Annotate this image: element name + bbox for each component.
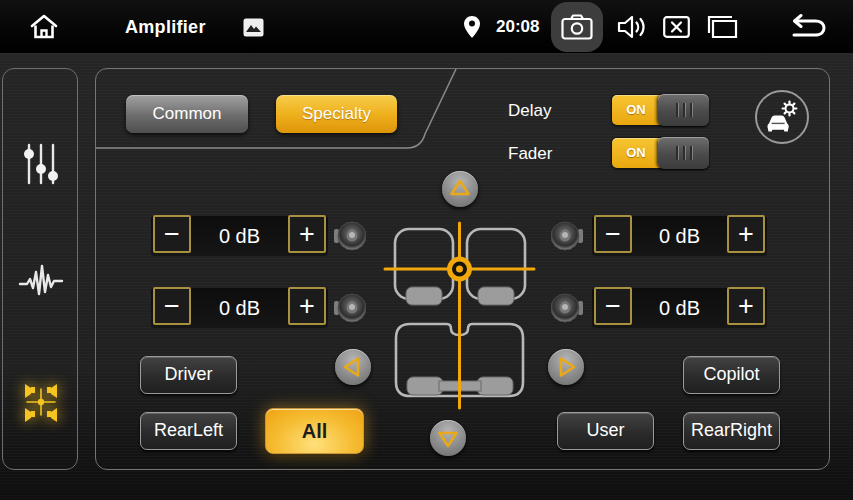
zone-all-button[interactable]: All [265, 408, 364, 454]
gain-rear-right-plus-button[interactable]: + [727, 287, 765, 325]
front-right-speaker-icon [551, 220, 583, 252]
fader-toggle[interactable]: ON [612, 138, 708, 168]
zone-rearright-button[interactable]: RearRight [683, 412, 780, 450]
recent-apps-icon [705, 15, 739, 39]
sidebar [2, 68, 78, 470]
home-button[interactable] [26, 0, 62, 54]
sidebar-item-equalizer[interactable] [3, 129, 79, 199]
gain-front-right-plus-button[interactable]: + [727, 215, 765, 253]
zone-copilot-button[interactable]: Copilot [683, 356, 780, 394]
arrow-down-icon [430, 420, 466, 456]
arrow-right-icon [548, 349, 584, 385]
home-icon [29, 13, 59, 41]
fader-toggle-grip [658, 137, 709, 169]
front-left-speaker-icon [334, 220, 366, 252]
nudge-left-button[interactable] [335, 349, 371, 385]
car-settings-button[interactable] [755, 90, 809, 144]
nudge-up-button[interactable] [442, 171, 478, 207]
car-gear-icon [764, 100, 800, 134]
volume-icon [617, 14, 647, 40]
gain-rear-right-minus-button[interactable]: − [594, 287, 632, 325]
balance-panel: Common Specialty Delay ON Fader ON [95, 68, 830, 470]
gain-rear-left-plus-button[interactable]: + [288, 287, 326, 325]
sidebar-item-effects[interactable] [3, 247, 79, 317]
wallpaper-button[interactable] [240, 0, 266, 54]
nudge-right-button[interactable] [548, 349, 584, 385]
arrow-up-icon [442, 171, 478, 207]
arrow-left-icon [335, 349, 371, 385]
tab-common[interactable]: Common [126, 95, 248, 133]
delay-label: Delay [508, 101, 598, 121]
camera-icon [561, 14, 593, 40]
zone-rearleft-button[interactable]: RearLeft [140, 412, 237, 450]
fader-label: Fader [508, 144, 598, 164]
close-app-button[interactable] [660, 0, 692, 54]
nudge-down-button[interactable] [430, 420, 466, 456]
gps-status [460, 0, 484, 54]
back-icon [788, 14, 828, 40]
gain-rear-left-minus-button[interactable]: − [153, 287, 191, 325]
camera-button[interactable] [551, 2, 603, 52]
speaker-balance-icon [18, 379, 64, 425]
page-title: Amplifier [125, 0, 206, 54]
tab-specialty[interactable]: Specialty [276, 95, 397, 133]
gain-front-left-plus-button[interactable]: + [288, 215, 326, 253]
rear-left-speaker-icon [334, 292, 366, 324]
amplifier-page: Common Specialty Delay ON Fader ON [0, 54, 853, 500]
status-bar: Amplifier 20:08 [0, 0, 853, 54]
zone-user-button[interactable]: User [557, 412, 654, 450]
close-box-icon [663, 16, 690, 38]
back-button[interactable] [786, 0, 830, 54]
delay-toggle-grip [658, 94, 709, 126]
image-icon [243, 18, 264, 37]
rear-right-speaker-icon [551, 292, 583, 324]
recent-apps-button[interactable] [702, 0, 742, 54]
clock: 20:08 [496, 0, 539, 54]
equalizer-sliders-icon [21, 142, 61, 186]
location-pin-icon [464, 16, 480, 38]
sidebar-item-balance[interactable] [3, 367, 79, 437]
fader-toggle-state: ON [612, 138, 660, 168]
head-unit-screen: Amplifier 20:08 [0, 0, 853, 500]
waveform-icon [18, 262, 64, 302]
delay-toggle[interactable]: ON [612, 95, 708, 125]
delay-toggle-state: ON [612, 95, 660, 125]
seat-crosshair-diagram[interactable] [381, 219, 541, 415]
zone-driver-button[interactable]: Driver [140, 356, 237, 394]
gain-front-right-minus-button[interactable]: − [594, 215, 632, 253]
volume-button[interactable] [614, 0, 650, 54]
gain-front-left-minus-button[interactable]: − [153, 215, 191, 253]
